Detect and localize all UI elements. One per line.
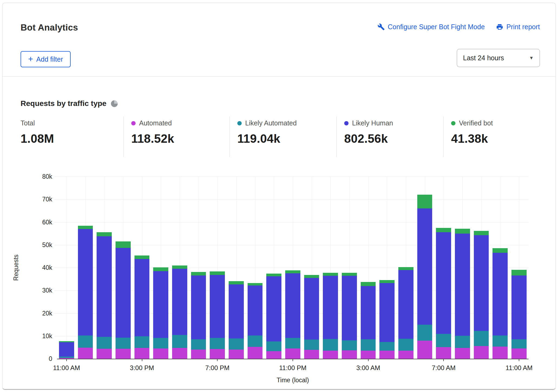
configure-super-bot-fight-mode-link[interactable]: Configure Super Bot Fight Mode	[378, 23, 485, 31]
bar-segment-automated[interactable]	[323, 351, 338, 359]
bar-segment-automated[interactable]	[493, 347, 508, 359]
bar-segment-likely-automated[interactable]	[116, 338, 131, 349]
bar-segment-likely-human[interactable]	[78, 229, 93, 335]
stacked-bar-600pm[interactable]	[191, 272, 206, 359]
bar-segment-likely-automated[interactable]	[78, 335, 93, 348]
stacked-bar-1200am[interactable]	[304, 275, 319, 359]
stacked-bar-400pm[interactable]	[153, 267, 168, 359]
print-report-link[interactable]: Print report	[496, 23, 540, 31]
bar-segment-likely-human[interactable]	[398, 270, 413, 339]
bar-segment-automated[interactable]	[210, 349, 225, 359]
bar-segment-likely-automated[interactable]	[210, 338, 225, 349]
bar-segment-likely-automated[interactable]	[97, 337, 112, 349]
add-filter-button[interactable]: + Add filter	[21, 51, 71, 67]
stacked-bar-1000am[interactable]	[493, 248, 508, 359]
bar-segment-likely-human[interactable]	[436, 232, 451, 334]
bar-segment-likely-human[interactable]	[97, 236, 112, 337]
bar-segment-likely-human[interactable]	[116, 248, 131, 338]
bar-segment-likely-automated[interactable]	[191, 339, 206, 350]
bar-segment-likely-human[interactable]	[191, 275, 206, 339]
stacked-bar-1200pm[interactable]	[78, 226, 93, 359]
stacked-bar-1100am[interactable]	[59, 341, 74, 359]
bar-segment-likely-automated[interactable]	[172, 335, 187, 348]
bar-segment-likely-automated[interactable]	[304, 340, 319, 350]
bar-segment-likely-automated[interactable]	[361, 339, 376, 351]
bar-segment-automated[interactable]	[417, 341, 432, 359]
bar-segment-likely-automated[interactable]	[379, 342, 395, 350]
bar-segment-likely-human[interactable]	[361, 286, 376, 339]
bar-segment-automated[interactable]	[511, 348, 527, 359]
bar-segment-likely-human[interactable]	[210, 275, 225, 338]
bar-segment-verified-bot[interactable]	[116, 241, 131, 248]
bar-segment-likely-automated[interactable]	[511, 339, 527, 349]
bar-segment-verified-bot[interactable]	[379, 280, 395, 283]
bar-segment-verified-bot[interactable]	[361, 282, 376, 286]
bar-segment-likely-automated[interactable]	[493, 335, 508, 347]
bar-segment-automated[interactable]	[455, 348, 470, 359]
bar-segment-likely-human[interactable]	[172, 269, 187, 335]
bar-segment-automated[interactable]	[172, 348, 187, 359]
bar-segment-verified-bot[interactable]	[436, 228, 451, 232]
bar-segment-likely-human[interactable]	[266, 276, 281, 341]
bar-segment-likely-human[interactable]	[229, 284, 244, 339]
bar-segment-likely-human[interactable]	[248, 285, 263, 335]
bar-segment-likely-human[interactable]	[417, 208, 432, 325]
stacked-bar-1100am[interactable]	[511, 270, 527, 359]
bar-segment-automated[interactable]	[191, 350, 206, 359]
time-range-select[interactable]: Last 24 hours ▼	[457, 49, 540, 67]
bar-segment-verified-bot[interactable]	[134, 255, 150, 259]
bar-segment-automated[interactable]	[436, 347, 451, 359]
bar-segment-verified-bot[interactable]	[97, 232, 112, 236]
bar-segment-verified-bot[interactable]	[248, 283, 263, 285]
stacked-bar-900am[interactable]	[474, 231, 489, 359]
bar-segment-automated[interactable]	[97, 349, 112, 359]
bar-segment-verified-bot[interactable]	[153, 267, 168, 271]
bar-segment-likely-human[interactable]	[342, 276, 357, 340]
bar-segment-likely-automated[interactable]	[474, 331, 489, 346]
bar-segment-automated[interactable]	[361, 351, 376, 358]
stacked-bar-100am[interactable]	[323, 273, 338, 359]
stacked-bar-500pm[interactable]	[172, 265, 187, 359]
bar-segment-automated[interactable]	[379, 351, 395, 359]
bar-segment-verified-bot[interactable]	[304, 275, 319, 278]
bar-segment-likely-automated[interactable]	[323, 339, 338, 351]
bar-segment-likely-automated[interactable]	[248, 335, 263, 347]
bar-segment-verified-bot[interactable]	[191, 272, 206, 275]
stacked-bar-700pm[interactable]	[210, 271, 225, 359]
stacked-bar-900pm[interactable]	[248, 283, 263, 359]
bar-segment-likely-human[interactable]	[379, 283, 395, 342]
bar-segment-verified-bot[interactable]	[210, 271, 225, 275]
stacked-bar-200pm[interactable]	[116, 241, 131, 359]
stacked-bar-600am[interactable]	[417, 195, 432, 359]
bar-segment-verified-bot[interactable]	[172, 265, 187, 269]
bar-segment-likely-automated[interactable]	[398, 339, 413, 351]
bar-segment-likely-automated[interactable]	[153, 338, 168, 348]
bar-segment-likely-human[interactable]	[285, 273, 300, 338]
bar-segment-automated[interactable]	[248, 347, 263, 359]
stacked-bar-300am[interactable]	[361, 282, 376, 359]
bar-segment-verified-bot[interactable]	[229, 281, 244, 284]
bar-segment-verified-bot[interactable]	[342, 273, 357, 276]
bar-segment-automated[interactable]	[229, 350, 244, 359]
stacked-bar-400am[interactable]	[379, 280, 395, 359]
stacked-bar-1100pm[interactable]	[285, 270, 300, 359]
bar-segment-verified-bot[interactable]	[398, 267, 413, 270]
bar-segment-automated[interactable]	[134, 348, 150, 359]
bar-segment-verified-bot[interactable]	[323, 273, 338, 275]
bar-segment-likely-automated[interactable]	[455, 336, 470, 348]
bar-segment-likely-human[interactable]	[493, 253, 508, 335]
bar-segment-likely-human[interactable]	[474, 235, 489, 331]
bar-segment-verified-bot[interactable]	[266, 274, 281, 276]
bar-segment-verified-bot[interactable]	[455, 229, 470, 234]
stacked-bar-800pm[interactable]	[229, 281, 244, 359]
bar-segment-verified-bot[interactable]	[78, 226, 93, 229]
bar-segment-automated[interactable]	[59, 358, 74, 359]
bar-segment-automated[interactable]	[304, 350, 319, 359]
bar-segment-automated[interactable]	[266, 351, 281, 359]
bar-segment-likely-human[interactable]	[304, 278, 319, 340]
bar-segment-likely-automated[interactable]	[266, 341, 281, 351]
bar-segment-verified-bot[interactable]	[511, 270, 527, 276]
stacked-bar-1000pm[interactable]	[266, 274, 281, 359]
bar-segment-likely-automated[interactable]	[436, 334, 451, 347]
bar-segment-likely-automated[interactable]	[229, 338, 244, 350]
